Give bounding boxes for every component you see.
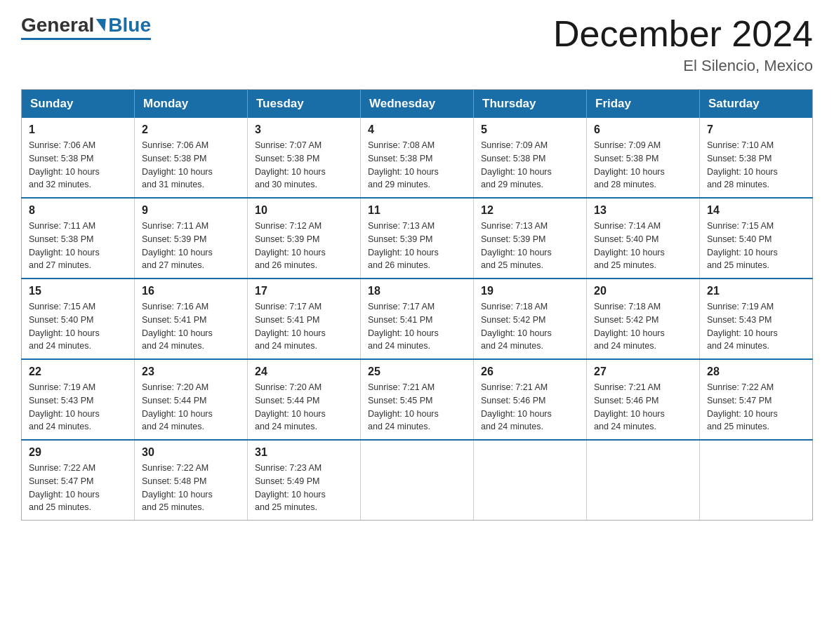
- day-number: 17: [255, 285, 353, 297]
- day-number: 30: [142, 446, 240, 459]
- logo-arrow-icon: [95, 19, 106, 32]
- calendar-week-row: 29 Sunrise: 7:22 AM Sunset: 5:47 PM Dayl…: [22, 440, 813, 521]
- day-info: Sunrise: 7:11 AM Sunset: 5:38 PM Dayligh…: [29, 220, 127, 272]
- calendar-cell: [361, 440, 474, 521]
- calendar-cell: 9 Sunrise: 7:11 AM Sunset: 5:39 PM Dayli…: [135, 198, 248, 279]
- calendar-cell: 30 Sunrise: 7:22 AM Sunset: 5:48 PM Dayl…: [135, 440, 248, 521]
- calendar-table: SundayMondayTuesdayWednesdayThursdayFrid…: [21, 89, 813, 521]
- day-number: 31: [255, 446, 353, 459]
- calendar-cell: 24 Sunrise: 7:20 AM Sunset: 5:44 PM Dayl…: [248, 359, 361, 440]
- day-header-thursday: Thursday: [474, 90, 587, 119]
- day-number: 2: [142, 123, 240, 136]
- day-info: Sunrise: 7:16 AM Sunset: 5:41 PM Dayligh…: [142, 300, 240, 353]
- calendar-cell: 16 Sunrise: 7:16 AM Sunset: 5:41 PM Dayl…: [135, 279, 248, 359]
- calendar-cell: 2 Sunrise: 7:06 AM Sunset: 5:38 PM Dayli…: [135, 118, 248, 198]
- day-number: 14: [707, 204, 805, 217]
- calendar-cell: 28 Sunrise: 7:22 AM Sunset: 5:47 PM Dayl…: [700, 359, 813, 440]
- day-info: Sunrise: 7:21 AM Sunset: 5:46 PM Dayligh…: [481, 381, 579, 434]
- calendar-cell: 6 Sunrise: 7:09 AM Sunset: 5:38 PM Dayli…: [587, 118, 700, 198]
- calendar-header-row: SundayMondayTuesdayWednesdayThursdayFrid…: [22, 90, 813, 119]
- day-number: 23: [142, 365, 240, 378]
- day-number: 18: [368, 285, 466, 297]
- calendar-cell: 26 Sunrise: 7:21 AM Sunset: 5:46 PM Dayl…: [474, 359, 587, 440]
- day-info: Sunrise: 7:15 AM Sunset: 5:40 PM Dayligh…: [707, 220, 805, 272]
- day-info: Sunrise: 7:17 AM Sunset: 5:41 PM Dayligh…: [368, 300, 466, 353]
- location-label: El Silencio, Mexico: [553, 57, 813, 75]
- day-number: 4: [368, 123, 466, 136]
- calendar-cell: [587, 440, 700, 521]
- calendar-week-row: 15 Sunrise: 7:15 AM Sunset: 5:40 PM Dayl…: [22, 279, 813, 359]
- calendar-cell: 17 Sunrise: 7:17 AM Sunset: 5:41 PM Dayl…: [248, 279, 361, 359]
- day-header-monday: Monday: [135, 90, 248, 119]
- day-info: Sunrise: 7:22 AM Sunset: 5:48 PM Dayligh…: [142, 462, 240, 514]
- day-header-tuesday: Tuesday: [248, 90, 361, 119]
- day-number: 15: [29, 285, 127, 297]
- day-info: Sunrise: 7:15 AM Sunset: 5:40 PM Dayligh…: [29, 300, 127, 353]
- calendar-cell: 14 Sunrise: 7:15 AM Sunset: 5:40 PM Dayl…: [700, 198, 813, 279]
- day-info: Sunrise: 7:20 AM Sunset: 5:44 PM Dayligh…: [142, 381, 240, 434]
- day-number: 7: [707, 123, 805, 136]
- day-info: Sunrise: 7:21 AM Sunset: 5:46 PM Dayligh…: [594, 381, 692, 434]
- day-info: Sunrise: 7:18 AM Sunset: 5:42 PM Dayligh…: [594, 300, 692, 353]
- calendar-cell: 8 Sunrise: 7:11 AM Sunset: 5:38 PM Dayli…: [22, 198, 135, 279]
- calendar-cell: 21 Sunrise: 7:19 AM Sunset: 5:43 PM Dayl…: [700, 279, 813, 359]
- page-header: General Blue December 2024 El Silencio, …: [21, 14, 813, 75]
- day-number: 16: [142, 285, 240, 297]
- calendar-cell: 1 Sunrise: 7:06 AM Sunset: 5:38 PM Dayli…: [22, 118, 135, 198]
- day-number: 5: [481, 123, 579, 136]
- day-info: Sunrise: 7:19 AM Sunset: 5:43 PM Dayligh…: [29, 381, 127, 434]
- day-info: Sunrise: 7:07 AM Sunset: 5:38 PM Dayligh…: [255, 139, 353, 192]
- day-number: 27: [594, 365, 692, 378]
- day-info: Sunrise: 7:22 AM Sunset: 5:47 PM Dayligh…: [29, 462, 127, 514]
- day-info: Sunrise: 7:13 AM Sunset: 5:39 PM Dayligh…: [368, 220, 466, 272]
- day-number: 10: [255, 204, 353, 217]
- day-number: 26: [481, 365, 579, 378]
- day-info: Sunrise: 7:12 AM Sunset: 5:39 PM Dayligh…: [255, 220, 353, 272]
- day-info: Sunrise: 7:14 AM Sunset: 5:40 PM Dayligh…: [594, 220, 692, 272]
- calendar-cell: 12 Sunrise: 7:13 AM Sunset: 5:39 PM Dayl…: [474, 198, 587, 279]
- day-info: Sunrise: 7:08 AM Sunset: 5:38 PM Dayligh…: [368, 139, 466, 192]
- day-number: 6: [594, 123, 692, 136]
- day-info: Sunrise: 7:19 AM Sunset: 5:43 PM Dayligh…: [707, 300, 805, 353]
- day-info: Sunrise: 7:13 AM Sunset: 5:39 PM Dayligh…: [481, 220, 579, 272]
- day-number: 12: [481, 204, 579, 217]
- day-header-wednesday: Wednesday: [361, 90, 474, 119]
- month-title: December 2024: [553, 14, 813, 54]
- calendar-cell: 7 Sunrise: 7:10 AM Sunset: 5:38 PM Dayli…: [700, 118, 813, 198]
- title-section: December 2024 El Silencio, Mexico: [553, 14, 813, 75]
- day-info: Sunrise: 7:23 AM Sunset: 5:49 PM Dayligh…: [255, 462, 353, 514]
- day-number: 19: [481, 285, 579, 297]
- day-header-friday: Friday: [587, 90, 700, 119]
- day-number: 25: [368, 365, 466, 378]
- calendar-cell: 22 Sunrise: 7:19 AM Sunset: 5:43 PM Dayl…: [22, 359, 135, 440]
- calendar-cell: 5 Sunrise: 7:09 AM Sunset: 5:38 PM Dayli…: [474, 118, 587, 198]
- day-info: Sunrise: 7:17 AM Sunset: 5:41 PM Dayligh…: [255, 300, 353, 353]
- logo-underline: [21, 38, 151, 40]
- calendar-cell: 31 Sunrise: 7:23 AM Sunset: 5:49 PM Dayl…: [248, 440, 361, 521]
- calendar-cell: 10 Sunrise: 7:12 AM Sunset: 5:39 PM Dayl…: [248, 198, 361, 279]
- day-number: 8: [29, 204, 127, 217]
- day-info: Sunrise: 7:21 AM Sunset: 5:45 PM Dayligh…: [368, 381, 466, 434]
- day-info: Sunrise: 7:22 AM Sunset: 5:47 PM Dayligh…: [707, 381, 805, 434]
- calendar-cell: 3 Sunrise: 7:07 AM Sunset: 5:38 PM Dayli…: [248, 118, 361, 198]
- day-number: 22: [29, 365, 127, 378]
- calendar-cell: 18 Sunrise: 7:17 AM Sunset: 5:41 PM Dayl…: [361, 279, 474, 359]
- calendar-cell: 20 Sunrise: 7:18 AM Sunset: 5:42 PM Dayl…: [587, 279, 700, 359]
- calendar-cell: 29 Sunrise: 7:22 AM Sunset: 5:47 PM Dayl…: [22, 440, 135, 521]
- day-number: 28: [707, 365, 805, 378]
- calendar-cell: 27 Sunrise: 7:21 AM Sunset: 5:46 PM Dayl…: [587, 359, 700, 440]
- day-info: Sunrise: 7:09 AM Sunset: 5:38 PM Dayligh…: [481, 139, 579, 192]
- day-number: 1: [29, 123, 127, 136]
- day-info: Sunrise: 7:11 AM Sunset: 5:39 PM Dayligh…: [142, 220, 240, 272]
- logo-blue-text: Blue: [108, 14, 151, 36]
- calendar-cell: 15 Sunrise: 7:15 AM Sunset: 5:40 PM Dayl…: [22, 279, 135, 359]
- day-header-saturday: Saturday: [700, 90, 813, 119]
- calendar-week-row: 22 Sunrise: 7:19 AM Sunset: 5:43 PM Dayl…: [22, 359, 813, 440]
- day-info: Sunrise: 7:10 AM Sunset: 5:38 PM Dayligh…: [707, 139, 805, 192]
- day-info: Sunrise: 7:20 AM Sunset: 5:44 PM Dayligh…: [255, 381, 353, 434]
- day-number: 20: [594, 285, 692, 297]
- calendar-cell: 23 Sunrise: 7:20 AM Sunset: 5:44 PM Dayl…: [135, 359, 248, 440]
- day-number: 3: [255, 123, 353, 136]
- day-number: 11: [368, 204, 466, 217]
- day-info: Sunrise: 7:06 AM Sunset: 5:38 PM Dayligh…: [142, 139, 240, 192]
